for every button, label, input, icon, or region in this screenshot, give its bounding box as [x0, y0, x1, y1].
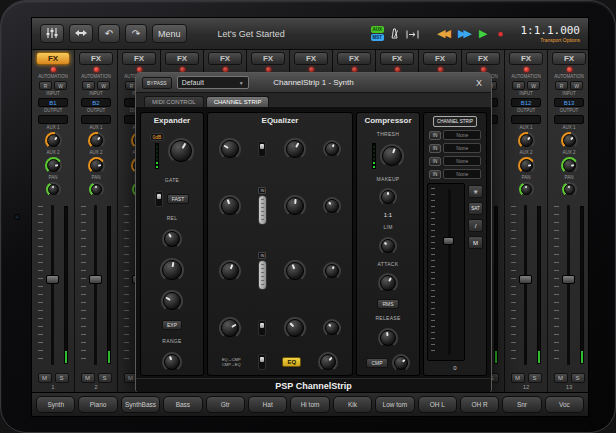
output-value[interactable] — [81, 115, 111, 124]
track-tab[interactable]: Gtr — [206, 396, 245, 413]
band-type-switch[interactable] — [258, 141, 266, 157]
fx-button[interactable]: FX — [208, 52, 242, 65]
pan-knob[interactable] — [89, 182, 104, 197]
menu-button[interactable]: Menu — [152, 24, 187, 43]
channel-fader[interactable] — [32, 200, 74, 370]
aux1-knob[interactable] — [561, 132, 578, 149]
solo-button[interactable]: S — [571, 373, 585, 383]
write-button[interactable]: W — [97, 81, 110, 90]
eq-output-knob[interactable] — [318, 352, 338, 372]
close-button[interactable]: X — [473, 78, 485, 88]
redo-button[interactable]: ↷ — [125, 24, 147, 43]
solo-button[interactable]: S — [55, 373, 69, 383]
preset-dropdown[interactable]: Default ▼ — [177, 76, 249, 89]
pan-knob[interactable] — [519, 182, 534, 197]
release-knob[interactable] — [378, 328, 398, 348]
write-button[interactable]: W — [527, 81, 540, 90]
solo-button[interactable]: S — [528, 373, 542, 383]
metronome-button[interactable] — [389, 25, 400, 43]
mixer-view-button[interactable] — [40, 24, 64, 43]
track-tab[interactable]: Bass — [163, 396, 202, 413]
aux1-knob[interactable] — [88, 132, 105, 149]
eq-gain-knob[interactable] — [219, 317, 241, 339]
aux-badge[interactable]: AUX — [371, 26, 385, 33]
insert-in-button[interactable]: IN — [429, 157, 442, 166]
insert-dropdown[interactable]: None — [443, 169, 481, 179]
track-tab[interactable]: Kik — [333, 396, 372, 413]
attack-knob[interactable] — [378, 273, 398, 293]
eq-active-badge[interactable]: EQ — [282, 357, 301, 367]
fx-button[interactable]: FX — [294, 52, 328, 65]
pan-knob[interactable] — [46, 182, 61, 197]
fader-handle[interactable] — [519, 275, 532, 284]
phase-button[interactable]: / — [468, 219, 483, 232]
track-tab[interactable]: Hat — [248, 396, 287, 413]
fader-handle[interactable] — [562, 275, 575, 284]
eq-freq-knob[interactable] — [284, 317, 306, 339]
eq-freq-knob[interactable] — [284, 195, 306, 217]
fast-button[interactable]: FAST — [167, 194, 190, 204]
freeze-button[interactable]: ✳ — [468, 185, 483, 198]
play-button[interactable]: ▶ — [479, 28, 487, 39]
fx-button[interactable]: FX — [552, 52, 586, 65]
mst-badge[interactable]: MST — [371, 34, 385, 41]
fx-button[interactable]: FX — [337, 52, 371, 65]
aux2-knob[interactable] — [45, 157, 62, 174]
track-tab[interactable]: Snr — [502, 396, 541, 413]
read-button[interactable]: R — [555, 81, 568, 90]
insert-dropdown[interactable]: None — [443, 156, 481, 166]
insert-in-button[interactable]: IN — [429, 170, 442, 179]
eq-q-knob[interactable] — [323, 140, 341, 158]
record-indicator[interactable] — [567, 67, 572, 72]
record-button[interactable]: ● — [497, 28, 503, 39]
output-value[interactable] — [38, 115, 68, 124]
track-tab[interactable]: Piano — [78, 396, 117, 413]
cmp-button[interactable]: CMP — [366, 358, 387, 368]
tab-channel-strip[interactable]: CHANNEL STRIP — [206, 96, 270, 107]
output-value[interactable] — [511, 115, 541, 124]
track-tab[interactable]: Hi tom — [290, 396, 329, 413]
track-tab[interactable]: Synth — [36, 396, 75, 413]
band-type-switch[interactable] — [258, 320, 266, 336]
fx-button[interactable]: FX — [423, 52, 457, 65]
rack-fader[interactable] — [427, 183, 465, 361]
gate-switch[interactable] — [155, 191, 163, 207]
fast-forward-button[interactable]: ▶▶ — [458, 28, 469, 39]
eq-gain-knob[interactable] — [219, 195, 241, 217]
fx-button[interactable]: FX — [165, 52, 199, 65]
undo-button[interactable]: ↶ — [98, 24, 120, 43]
mute-button[interactable]: M — [511, 373, 525, 383]
eq-freq-knob[interactable] — [284, 260, 306, 282]
solo-button[interactable]: S — [98, 373, 112, 383]
makeup-knob[interactable] — [379, 188, 397, 206]
fx-button[interactable]: FX — [36, 52, 70, 65]
input-value[interactable]: B2 — [81, 98, 111, 107]
mute-button[interactable]: M — [554, 373, 568, 383]
track-tab[interactable]: SynthBass — [121, 396, 160, 413]
record-indicator[interactable] — [94, 67, 99, 72]
comp-thresh-knob[interactable] — [380, 144, 404, 168]
tab-midi-control[interactable]: MIDI CONTROL — [144, 96, 204, 107]
fx-button[interactable]: FX — [251, 52, 285, 65]
exp-button[interactable]: EXP — [162, 320, 182, 330]
expander-ratio-knob[interactable] — [160, 258, 184, 282]
record-indicator[interactable] — [51, 67, 56, 72]
eq-q-knob[interactable] — [323, 319, 341, 337]
eq-q-knob[interactable] — [323, 197, 341, 215]
view-toggle-button[interactable] — [69, 24, 93, 43]
rewind-button[interactable]: ◀◀ — [437, 28, 448, 39]
locate-button[interactable] — [405, 25, 420, 43]
aux2-knob[interactable] — [88, 157, 105, 174]
aux2-knob[interactable] — [561, 157, 578, 174]
expander-rel-knob[interactable] — [162, 229, 182, 249]
channel-fader[interactable] — [548, 200, 588, 370]
bypass-button[interactable]: BYPASS — [142, 77, 172, 89]
band-type-switch[interactable] — [258, 195, 267, 225]
track-tab[interactable]: Voc — [545, 396, 584, 413]
fader-handle[interactable] — [89, 275, 102, 284]
output-value[interactable] — [554, 115, 584, 124]
transport-options-label[interactable]: Transport Options — [520, 37, 580, 43]
channel-fader[interactable] — [505, 200, 547, 370]
aux1-knob[interactable] — [45, 132, 62, 149]
track-tab[interactable]: OH R — [460, 396, 499, 413]
